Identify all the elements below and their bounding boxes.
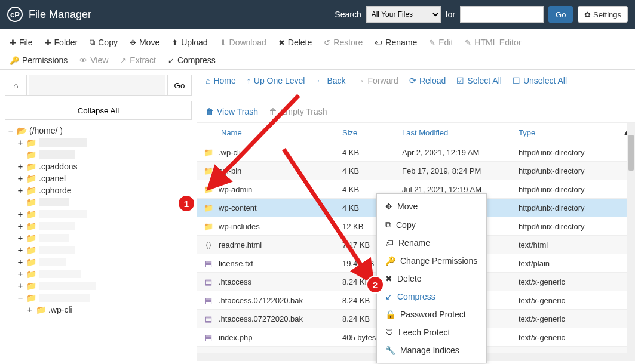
- tree-root[interactable]: −📂(/home/ ): [5, 125, 192, 137]
- forward-icon: →: [357, 76, 365, 85]
- collapse-icon[interactable]: −: [7, 126, 14, 135]
- ctx-rename[interactable]: 🏷Rename: [377, 234, 486, 252]
- col-name[interactable]: Name: [197, 123, 338, 143]
- cpanel-logo: cP: [7, 7, 23, 22]
- html-editor-button[interactable]: ✎HTML Editor: [459, 33, 527, 51]
- expand-icon[interactable]: +: [17, 269, 24, 279]
- nav-unselect-all[interactable]: ☐Unselect All: [513, 76, 567, 85]
- search-go-button[interactable]: Go: [548, 6, 573, 23]
- download-button[interactable]: ⬇Download: [214, 33, 272, 51]
- expand-icon[interactable]: +: [26, 305, 33, 314]
- move-button[interactable]: ✥Move: [124, 33, 165, 51]
- view-button[interactable]: 👁View: [73, 51, 114, 69]
- expand-icon[interactable]: +: [17, 162, 24, 171]
- tree-node[interactable]: +📁.cpanel: [5, 172, 192, 184]
- path-go-button[interactable]: Go: [167, 75, 191, 95]
- extract-button[interactable]: ↗Extract: [114, 51, 162, 69]
- restore-button[interactable]: ↺Restore: [318, 33, 369, 51]
- delete-button[interactable]: ✖Delete: [272, 33, 318, 51]
- copy-button[interactable]: ⧉Copy: [84, 33, 124, 51]
- expand-icon[interactable]: +: [17, 245, 24, 255]
- path-input[interactable]: [29, 75, 165, 95]
- file-type: httpd/unix-directory: [514, 166, 635, 175]
- annotation-marker-1: 1: [177, 195, 195, 212]
- settings-button[interactable]: ✿ Settings: [578, 6, 628, 23]
- file-modified: Feb 17, 2019, 8:24 PM: [397, 166, 514, 175]
- tree-node[interactable]: +📁: [5, 220, 192, 232]
- download-icon: ⬇: [220, 38, 226, 47]
- tree-node[interactable]: +📁: [5, 137, 192, 149]
- nav-empty-trash[interactable]: 🗑Empty Trash: [269, 107, 327, 116]
- expand-icon[interactable]: +: [17, 186, 24, 195]
- expand-icon[interactable]: +: [17, 221, 24, 231]
- file-type: text/x-generic: [514, 296, 635, 305]
- edit-button[interactable]: ✎Edit: [423, 33, 459, 51]
- new-file-button[interactable]: ✚File: [4, 33, 39, 51]
- nav-back[interactable]: ←Back: [315, 76, 345, 85]
- permissions-button[interactable]: 🔑Permissions: [4, 51, 73, 69]
- file-modified: Jul 21, 2021, 12:19 AM: [397, 185, 514, 194]
- ctx-delete[interactable]: ✖Delete: [377, 270, 486, 288]
- ctx-manage[interactable]: 🔧Manage Indices: [377, 341, 486, 359]
- file-modified: Apr 2, 2021, 12:19 AM: [397, 148, 514, 157]
- expand-icon[interactable]: +: [17, 138, 24, 147]
- tree-node[interactable]: +📁: [5, 280, 192, 292]
- ctx-permissions[interactable]: 🔑Change Permissions: [377, 252, 486, 270]
- scrollbar-vertical[interactable]: [627, 123, 635, 361]
- for-label: for: [446, 10, 455, 19]
- move-icon: ✥: [385, 202, 392, 211]
- search-scope-select[interactable]: All Your Files: [366, 6, 441, 23]
- gear-icon: ✿: [584, 10, 591, 19]
- compress-button[interactable]: ↙Compress: [162, 51, 222, 69]
- col-type[interactable]: Type▲: [514, 123, 635, 143]
- folder-icon: 📁: [26, 233, 36, 243]
- compress-icon: ↙: [168, 56, 174, 65]
- tree-node[interactable]: +📁.cpaddons: [5, 161, 192, 172]
- tree-node[interactable]: 📁: [5, 196, 192, 208]
- tree-node[interactable]: +📁.cphorde: [5, 184, 192, 196]
- tree-node[interactable]: +📁: [5, 268, 192, 280]
- nav-forward[interactable]: →Forward: [357, 76, 398, 85]
- nav-home[interactable]: ⌂Home: [205, 76, 236, 85]
- tree-node[interactable]: 📁: [5, 149, 192, 161]
- ctx-leech[interactable]: 🛡Leech Protect: [377, 323, 486, 341]
- expand-icon[interactable]: +: [17, 233, 24, 243]
- col-size[interactable]: Size: [338, 123, 397, 143]
- ctx-move[interactable]: ✥Move: [377, 198, 486, 215]
- home-button[interactable]: ⌂: [5, 75, 27, 95]
- rename-button[interactable]: 🏷Rename: [369, 33, 423, 51]
- folder-icon: 📁: [26, 174, 36, 183]
- table-row[interactable]: 📁.wp-cli4 KBApr 2, 2021, 12:19 AMhttpd/u…: [197, 143, 635, 162]
- ctx-password[interactable]: 🔒Password Protect: [377, 306, 486, 323]
- expand-icon[interactable]: +: [17, 281, 24, 291]
- search-input[interactable]: [460, 6, 544, 23]
- tree-node[interactable]: +📁: [5, 256, 192, 268]
- file-name: .htaccess.07122020.bak: [214, 296, 338, 305]
- scrollbar-thumb[interactable]: [628, 135, 634, 171]
- nav-select-all[interactable]: ☑Select All: [456, 76, 502, 85]
- tree-node[interactable]: +📁: [5, 208, 192, 220]
- col-modified[interactable]: Last Modified: [397, 123, 514, 143]
- tree-node[interactable]: −📁: [5, 292, 192, 304]
- collapse-icon[interactable]: −: [17, 293, 24, 303]
- folder-icon: 📁: [26, 186, 36, 195]
- expand-icon[interactable]: +: [17, 209, 24, 219]
- new-folder-button[interactable]: ✚Folder: [39, 33, 84, 51]
- nav-up[interactable]: ↑Up One Level: [247, 76, 305, 85]
- table-row[interactable]: 📁cgi-bin4 KBFeb 17, 2019, 8:24 PMhttpd/u…: [197, 162, 635, 180]
- collapse-all-button[interactable]: Collapse All: [5, 101, 192, 120]
- nav-reload[interactable]: ⟳Reload: [409, 76, 446, 85]
- tree-node[interactable]: +📁: [5, 232, 192, 244]
- ctx-compress[interactable]: ↙Compress: [377, 288, 486, 306]
- expand-icon[interactable]: +: [17, 174, 24, 183]
- tree-node[interactable]: +📁.wp-cli: [5, 304, 192, 316]
- folder-tree: −📂(/home/ ) +📁 📁 +📁.cpaddons +📁.cpanel +…: [5, 125, 192, 356]
- folder-icon: 📁: [26, 281, 36, 291]
- ctx-copy[interactable]: ⧉Copy: [377, 215, 486, 234]
- tree-node[interactable]: +📁: [5, 244, 192, 256]
- upload-button[interactable]: ⬆Upload: [165, 33, 213, 51]
- nav-view-trash[interactable]: 🗑View Trash: [205, 107, 258, 116]
- copy-icon: ⧉: [385, 220, 391, 230]
- expand-icon[interactable]: +: [17, 257, 24, 267]
- file-size: 4 KB: [338, 148, 397, 157]
